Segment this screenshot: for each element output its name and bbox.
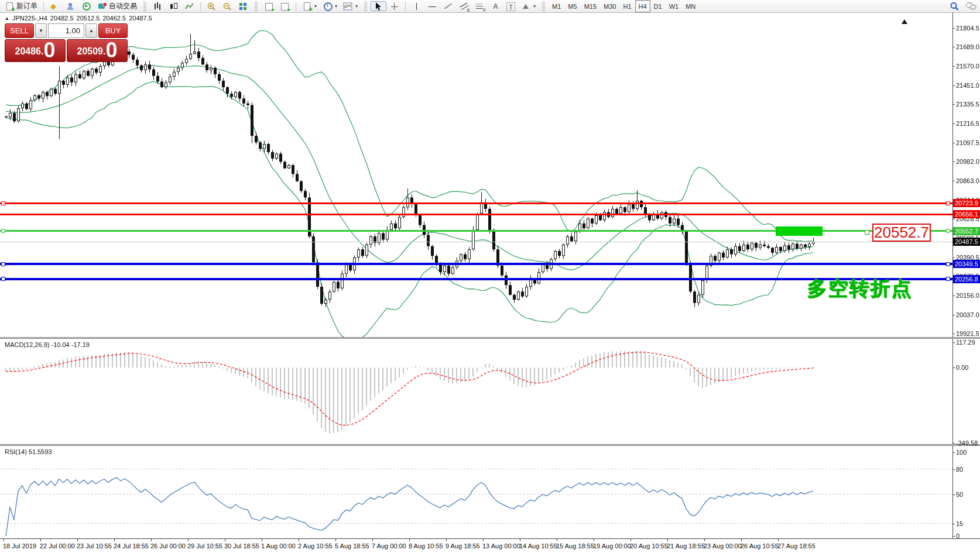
time-label: 30 Jul 18:55 <box>224 542 259 549</box>
time-tick <box>483 539 484 541</box>
symbol-period: JPN225-,H4 <box>12 15 47 22</box>
time-tick <box>299 539 299 541</box>
chart-header: ▲ JPN225-,H4 20482.5 20512.5 20462.5 204… <box>5 15 152 22</box>
rsi-tick: 80 <box>956 466 980 473</box>
time-tick <box>631 539 631 541</box>
time-tick <box>409 539 410 541</box>
time-label: 8 Aug 10:55 <box>409 542 443 549</box>
time-tick <box>262 539 262 541</box>
macd-tick: -349.58 <box>956 439 980 446</box>
rsi-tick: 100 <box>956 449 980 456</box>
buy-price: 20509 <box>77 43 104 60</box>
time-label: 7 Aug 00:00 <box>372 542 406 549</box>
rsi-tick: 50 <box>956 491 980 498</box>
buy-price-fraction: 0 <box>105 40 117 60</box>
ohlc-open: 20482.5 <box>50 15 74 22</box>
line-endpoint-marker[interactable] <box>1 201 5 205</box>
macd-tick: 117.29 <box>956 339 980 346</box>
price-tick: 21097.5 <box>956 139 980 146</box>
line-endpoint-marker[interactable] <box>1 262 5 266</box>
price-badge-20349.5: 20349.5 <box>953 260 980 268</box>
buy-price-button[interactable]: 20509.0 <box>67 39 128 62</box>
callout-anchor-marker <box>865 230 869 235</box>
time-tick <box>446 539 447 541</box>
line-endpoint-marker[interactable] <box>1 277 5 281</box>
rsi-tick: 15 <box>956 520 980 527</box>
price-tick: 20156.0 <box>956 292 980 299</box>
price-tick: 21804.5 <box>956 25 980 32</box>
time-label: 20 Aug 10:55 <box>630 542 668 549</box>
macd-tick: 0.00 <box>956 364 980 371</box>
time-label: 29 Jul 10:55 <box>187 542 222 549</box>
horizontal-line-20349.5[interactable] <box>0 263 952 265</box>
price-tick: 21570.0 <box>956 63 980 70</box>
sell-button[interactable]: SELL <box>5 23 34 38</box>
price-tick: 19921.5 <box>956 330 980 337</box>
time-tick <box>151 539 152 541</box>
line-endpoint-marker[interactable] <box>946 229 950 233</box>
price-tick: 21689.0 <box>956 43 980 50</box>
ohlc-high: 20512.5 <box>77 15 100 22</box>
ohlc-close: 20487.5 <box>129 15 152 22</box>
time-label: 5 Aug 18:55 <box>335 542 369 549</box>
pane-separator-macd[interactable] <box>0 337 980 339</box>
volume-decrease-button[interactable]: ▼ <box>35 23 47 38</box>
time-tick <box>335 539 336 541</box>
price-badge-20723.9: 20723.9 <box>953 199 980 207</box>
price-tick: 20863.0 <box>956 177 980 184</box>
price-callout-label[interactable]: 20552.7 <box>872 224 931 242</box>
time-label: 22 Jul 00:00 <box>40 542 75 549</box>
volume-input[interactable]: 1.00 <box>48 23 84 38</box>
time-label: 24 Jul 18:55 <box>114 542 149 549</box>
sell-price-button[interactable]: 20486.0 <box>5 39 66 62</box>
time-tick <box>594 539 594 541</box>
time-tick <box>667 539 668 541</box>
time-tick <box>114 539 115 541</box>
time-tick <box>520 539 520 541</box>
turning-point-annotation[interactable]: 多空转折点 <box>807 275 912 302</box>
time-label: 2 Aug 10:55 <box>298 542 333 549</box>
macd-label: MACD(12,26,9) -10.04 -17.19 <box>5 341 90 348</box>
time-tick <box>704 539 705 541</box>
price-tick: 21216.5 <box>956 120 980 127</box>
time-label: 23 Aug 00:00 <box>704 542 742 549</box>
line-endpoint-marker[interactable] <box>946 201 950 205</box>
time-label: 13 Aug 00:00 <box>482 542 520 549</box>
time-tick <box>778 539 779 541</box>
collapse-icon[interactable]: ▲ <box>5 16 9 21</box>
time-label: 23 Jul 10:55 <box>77 542 112 549</box>
pane-separator-rsi[interactable] <box>0 444 980 446</box>
line-endpoint-marker[interactable] <box>946 277 950 281</box>
price-badge-20552.7: 20552.7 <box>953 227 980 235</box>
time-tick <box>77 539 78 541</box>
buy-button[interactable]: BUY <box>98 23 128 38</box>
time-label: 1 Aug 00:00 <box>261 542 296 549</box>
time-label: 15 Aug 18:55 <box>556 542 594 549</box>
chart-scroll-marker[interactable] <box>902 19 907 24</box>
price-tick: 21335.5 <box>956 101 980 108</box>
time-label: 9 Aug 18:55 <box>446 542 480 549</box>
horizontal-line-20723.9[interactable] <box>0 202 952 204</box>
ohlc-low: 20462.5 <box>102 15 126 22</box>
time-label: 21 Aug 18:55 <box>667 542 705 549</box>
time-label: 27 Aug 18:55 <box>777 542 815 549</box>
sell-price-fraction: 0 <box>43 40 55 60</box>
volume-increase-button[interactable]: ▲ <box>85 23 97 38</box>
time-tick <box>225 539 225 541</box>
time-label: 26 Aug 10:55 <box>741 542 779 549</box>
time-label: 14 Aug 10:55 <box>519 542 557 549</box>
time-tick <box>4 539 4 541</box>
time-tick <box>40 539 41 541</box>
highlight-rectangle[interactable] <box>776 226 823 236</box>
time-label: 18 Jul 2019 <box>3 542 36 549</box>
price-tick: 21451.0 <box>956 82 980 89</box>
horizontal-line-20656.1[interactable] <box>0 214 952 215</box>
time-axis[interactable]: 18 Jul 201922 Jul 00:0023 Jul 10:5524 Ju… <box>0 538 980 553</box>
line-endpoint-marker[interactable] <box>946 262 950 266</box>
rsi-label: RSI(14) 51.5593 <box>5 448 52 455</box>
time-tick <box>188 539 189 541</box>
line-endpoint-marker[interactable] <box>1 229 5 233</box>
horizontal-line-20487.5[interactable] <box>0 242 952 242</box>
time-label: 26 Jul 00:00 <box>150 542 186 549</box>
mt4-window: 新订单 自动交易 <box>0 0 980 553</box>
